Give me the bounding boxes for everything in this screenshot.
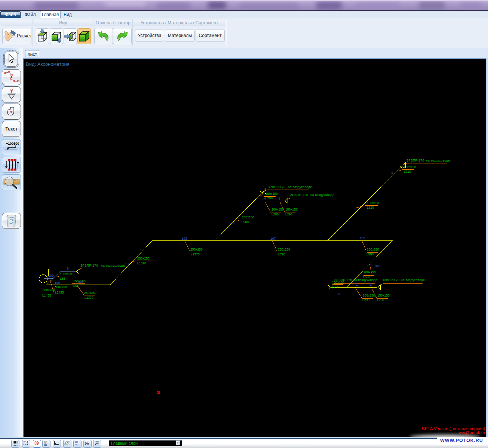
svg-text:L790: L790 <box>278 252 285 256</box>
svg-text:200x150: 200x150 <box>363 294 375 297</box>
svg-text:300x250: 300x250 <box>55 285 67 289</box>
svg-text:108: 108 <box>125 262 130 266</box>
svg-text:L1370: L1370 <box>137 261 146 265</box>
svg-text:+100: +100 <box>95 441 99 443</box>
svg-text:300x250: 300x250 <box>43 288 55 292</box>
svg-text:250x250: 250x250 <box>190 248 203 251</box>
svg-text:109: 109 <box>55 281 60 285</box>
svg-text:L85: L85 <box>60 277 65 280</box>
svg-text:107: 107 <box>270 237 276 240</box>
svg-text:L1455: L1455 <box>55 291 64 294</box>
svg-text:L290: L290 <box>362 298 369 302</box>
svg-text:L85: L85 <box>73 284 79 288</box>
svg-text:L580: L580 <box>366 252 374 256</box>
svg-text:ЗРВПР-170: ЗРВПР-170 <box>382 278 399 282</box>
svg-text:ЗРВПР-170: ЗРВПР-170 <box>334 278 352 282</box>
svg-text:3: 3 <box>355 207 356 211</box>
svg-text:250x150: 250x150 <box>278 248 290 251</box>
svg-text:102: 102 <box>360 236 365 240</box>
svg-text:на воздуховоде: на воздуховоде <box>310 193 334 197</box>
svg-text:250x250: 250x250 <box>137 257 150 260</box>
svg-text:108: 108 <box>182 237 187 240</box>
svg-text:ЗРВПР-170: ЗРВПР-170 <box>290 193 308 197</box>
svg-text:на воздуховоде: на воздуховоде <box>288 185 312 189</box>
svg-text:2: 2 <box>338 292 340 296</box>
svg-text:102: 102 <box>374 264 380 268</box>
svg-text:на воздуховоде: на воздуховоде <box>353 278 377 282</box>
svg-text:на воздуховоде: на воздуховоде <box>426 159 450 162</box>
svg-text:+100500: +100500 <box>6 142 19 145</box>
svg-text:4: 4 <box>264 197 266 200</box>
svg-text:150: 150 <box>75 444 78 446</box>
svg-text:6: 6 <box>67 267 69 270</box>
svg-text:100: 100 <box>75 441 78 443</box>
svg-text:L210: L210 <box>367 206 374 209</box>
svg-text:105: 105 <box>230 221 235 225</box>
svg-text:109: 109 <box>48 274 53 277</box>
svg-text:L580: L580 <box>242 220 249 224</box>
svg-text:L1370: L1370 <box>191 252 200 256</box>
svg-text:№: № <box>85 441 89 445</box>
svg-text:150x100: 150x100 <box>404 165 416 169</box>
svg-text:150x150: 150x150 <box>285 208 298 211</box>
svg-text:200x150: 200x150 <box>367 248 379 251</box>
svg-text:3: 3 <box>391 171 393 175</box>
svg-text:Вид: Аксонометрия: Вид: Аксонометрия <box>26 61 70 67</box>
svg-text:1: 1 <box>356 283 358 286</box>
svg-text:200x150: 200x150 <box>271 208 284 211</box>
svg-text:4: 4 <box>278 197 280 200</box>
svg-text:на воздуховоде: на воздуховоде <box>401 278 425 282</box>
svg-text:200: 200 <box>44 444 47 446</box>
svg-text:vsv@potok.ru: vsv@potok.ru <box>459 430 485 435</box>
svg-text:L1370: L1370 <box>85 296 93 300</box>
svg-text:L290: L290 <box>332 285 339 289</box>
svg-text:ЗРВПР-170: ЗРВПР-170 <box>406 159 424 162</box>
svg-text:L290: L290 <box>377 298 384 302</box>
svg-text:L290: L290 <box>271 212 279 216</box>
svg-text:200x150: 200x150 <box>242 215 254 219</box>
svg-text:L1455: L1455 <box>42 294 51 297</box>
svg-text:ЗРВПР-170: ЗРВПР-170 <box>268 185 285 189</box>
svg-text:150x150: 150x150 <box>377 294 390 297</box>
svg-text:150x150: 150x150 <box>266 192 278 196</box>
svg-text:150x100: 150x100 <box>367 201 379 205</box>
svg-text:L210: L210 <box>404 170 411 174</box>
svg-text:ЗРВПР-170: ЗРВПР-170 <box>80 264 98 267</box>
svg-text:L290: L290 <box>266 196 273 200</box>
svg-text:L290: L290 <box>285 212 292 216</box>
svg-text:108: 108 <box>77 280 83 284</box>
svg-text:150x100: 150x100 <box>60 272 72 276</box>
svg-text:на воздуховоде: на воздуховоде <box>101 264 125 267</box>
svg-text:1: 1 <box>370 283 372 286</box>
svg-text:5: 5 <box>253 199 255 203</box>
svg-text:250x250: 250x250 <box>84 291 96 295</box>
svg-text:200x150: 200x150 <box>363 270 376 274</box>
